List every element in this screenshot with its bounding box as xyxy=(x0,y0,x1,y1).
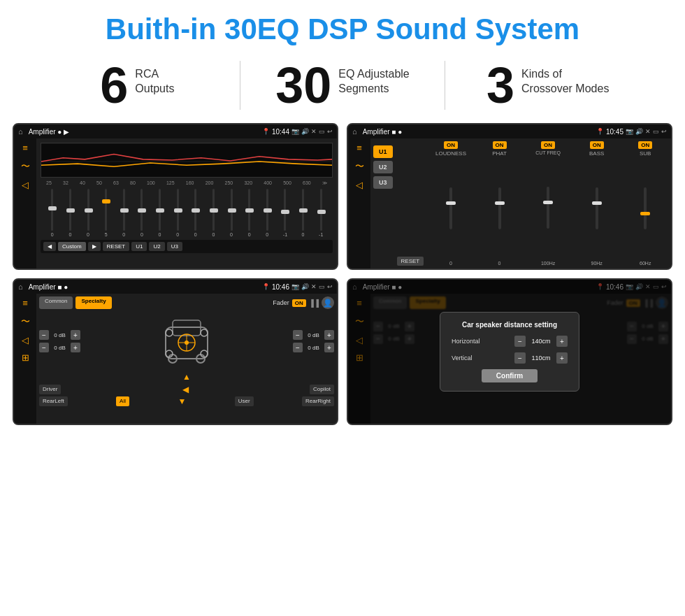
stat-text-rca: RCAOutputs xyxy=(135,60,174,96)
eq-graph-svg xyxy=(41,143,332,178)
ch-sub-slider[interactable] xyxy=(644,187,647,229)
right-minus-2[interactable]: − xyxy=(293,343,303,352)
vertical-row: Vertical − 110cm + xyxy=(452,352,568,364)
sidebar-wave3-icon[interactable]: 〜 xyxy=(21,315,30,328)
eq-slider-8[interactable]: 0 xyxy=(173,189,182,237)
eq-slider-11[interactable]: 0 xyxy=(226,189,236,237)
copilot-label[interactable]: Copilot xyxy=(310,385,334,394)
ch-cutfreq-on[interactable]: ON xyxy=(541,141,555,149)
dialog-overlay: Car speaker distance setting Horizontal … xyxy=(348,280,671,424)
tab-specialty[interactable]: Specialty xyxy=(75,296,111,309)
page-title: Buith-in 30EQ DSP Sound System xyxy=(0,0,685,53)
ch-sub-label: SUB xyxy=(640,150,651,157)
rearright-label[interactable]: RearRight xyxy=(302,396,334,406)
fader-slider-icon[interactable]: ▐▐ xyxy=(309,299,319,307)
home-icon-amp[interactable]: ⌂ xyxy=(352,127,357,136)
status-bar-eq: ⌂ Amplifier ● ▶ 📍 10:44 📷🔊✕▭↩ xyxy=(14,124,337,138)
eq-slider-3[interactable]: 0 xyxy=(83,189,93,237)
eq-slider-15[interactable]: 0 xyxy=(298,189,308,237)
bottom-labels-row2: RearLeft All ▼ User RearRight xyxy=(39,396,334,406)
u2-button[interactable]: U2 xyxy=(373,161,393,173)
tab-common[interactable]: Common xyxy=(39,296,73,309)
left-plus-2[interactable]: + xyxy=(71,343,80,352)
eq-slider-10[interactable]: 0 xyxy=(208,189,218,237)
ch-loudness-slider[interactable] xyxy=(449,187,452,229)
left-sidebar-amp: ≡ 〜 ◁ xyxy=(348,138,370,268)
eq-slider-4[interactable]: 5 xyxy=(101,189,111,237)
stat-number-6: 6 xyxy=(100,60,128,110)
eq-slider-5[interactable]: 0 xyxy=(119,189,129,237)
eq-bottom-bar: ◀ Custom ▶ RESET U1 U2 U3 xyxy=(41,240,333,253)
eq-slider-16[interactable]: -1 xyxy=(316,189,326,237)
u3-button[interactable]: U3 xyxy=(373,176,393,189)
reset-col: RESET xyxy=(397,141,424,266)
eq-prev-btn[interactable]: ◀ xyxy=(43,242,56,251)
mixer-cols: ON LOUDNESS 0 ON PHAT 0 xyxy=(428,141,668,266)
ch-phat-label: PHAT xyxy=(492,150,507,157)
sidebar-expand-icon[interactable]: ⊞ xyxy=(22,352,29,363)
driver-label[interactable]: Driver xyxy=(39,385,61,394)
ch-phat-slider[interactable] xyxy=(498,187,501,229)
eq-slider-7[interactable]: 0 xyxy=(155,189,165,237)
sidebar-eq-icon[interactable]: ≡ xyxy=(22,143,28,153)
rearleft-label[interactable]: RearLeft xyxy=(39,396,68,406)
home-icon-spk[interactable]: ⌂ xyxy=(18,282,23,291)
fader-on-badge[interactable]: ON xyxy=(292,299,306,307)
sidebar-vol3-icon[interactable]: ◁ xyxy=(22,335,29,345)
down-nav-icon[interactable]: ▼ xyxy=(178,396,186,406)
sidebar-spk-icon[interactable]: ≡ xyxy=(22,298,28,308)
eq-u3-btn[interactable]: U3 xyxy=(167,242,182,251)
u1-button[interactable]: U1 xyxy=(373,145,393,158)
stat-crossover: 3 Kinds ofCrossover Modes xyxy=(452,60,643,110)
screens-grid: ⌂ Amplifier ● ▶ 📍 10:44 📷🔊✕▭↩ ≡ 〜 ◁ xyxy=(0,123,685,432)
left-minus-1[interactable]: − xyxy=(39,330,49,340)
left-plus-1[interactable]: + xyxy=(71,330,80,340)
eq-slider-13[interactable]: 0 xyxy=(262,189,272,237)
eq-next-btn[interactable]: ▶ xyxy=(88,242,101,251)
sidebar-eq2-icon[interactable]: ≡ xyxy=(356,143,362,153)
all-label[interactable]: All xyxy=(116,396,129,406)
ch-cutfreq-slider[interactable] xyxy=(547,187,549,229)
horizontal-minus[interactable]: − xyxy=(514,336,526,347)
left-db-2: − 0 dB + xyxy=(39,343,80,352)
ch-bass-slider[interactable] xyxy=(596,187,598,229)
vertical-minus[interactable]: − xyxy=(514,352,526,364)
ch-phat-on[interactable]: ON xyxy=(493,141,507,149)
reset-button[interactable]: RESET xyxy=(397,257,424,266)
eq-u1-btn[interactable]: U1 xyxy=(131,242,147,251)
left-minus-2[interactable]: − xyxy=(39,343,49,352)
vertical-control: − 110cm + xyxy=(514,352,568,364)
sidebar-vol2-icon[interactable]: ◁ xyxy=(356,180,363,190)
horizontal-plus[interactable]: + xyxy=(556,336,568,347)
eq-slider-2[interactable]: 0 xyxy=(65,189,75,237)
sidebar-vol-icon[interactable]: ◁ xyxy=(22,180,29,190)
eq-slider-12[interactable]: 0 xyxy=(245,189,254,237)
confirm-button[interactable]: Confirm xyxy=(482,369,538,382)
svg-point-10 xyxy=(185,341,189,345)
left-val-1: 0 dB xyxy=(51,332,68,338)
eq-slider-6[interactable]: 0 xyxy=(137,189,147,237)
ch-sub-on[interactable]: ON xyxy=(638,141,652,149)
eq-slider-14[interactable]: -1 xyxy=(280,189,290,237)
ch-cutfreq: ON CUT FREQ 100Hz xyxy=(525,141,571,266)
eq-u2-btn[interactable]: U2 xyxy=(149,242,164,251)
u-buttons: U1 U2 U3 xyxy=(373,141,393,266)
stat-number-3: 3 xyxy=(486,60,514,110)
home-icon-eq[interactable]: ⌂ xyxy=(18,127,23,136)
left-nav-icon[interactable]: ◀ xyxy=(182,385,189,394)
ch-phat-val: 0 xyxy=(498,261,501,266)
user-label[interactable]: User xyxy=(235,396,254,406)
right-minus-1[interactable]: − xyxy=(293,330,303,340)
eq-slider-1[interactable]: 0 xyxy=(48,189,57,237)
sidebar-wave2-icon[interactable]: 〜 xyxy=(355,160,364,173)
status-bar-amp: ⌂ Amplifier ■ ● 📍 10:45 📷🔊✕▭↩ xyxy=(348,124,671,138)
right-plus-2[interactable]: + xyxy=(324,343,334,352)
right-plus-1[interactable]: + xyxy=(324,330,334,340)
ch-bass-on[interactable]: ON xyxy=(590,141,604,149)
eq-reset-btn[interactable]: RESET xyxy=(103,242,130,251)
nav-up-icon[interactable]: ▲ xyxy=(182,372,191,382)
eq-slider-9[interactable]: 0 xyxy=(191,189,201,237)
ch-loudness-on[interactable]: ON xyxy=(444,141,458,149)
sidebar-wave-icon[interactable]: 〜 xyxy=(21,160,30,173)
vertical-plus[interactable]: + xyxy=(556,352,568,364)
